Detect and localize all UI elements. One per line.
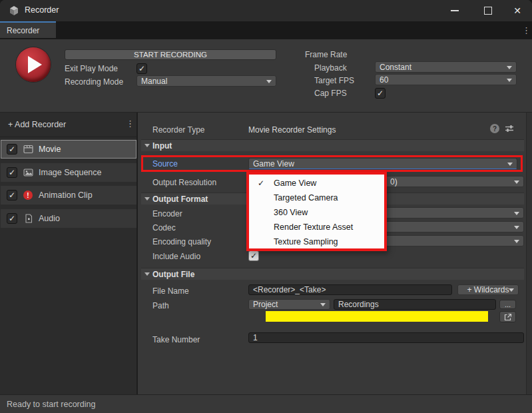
exit-play-mode-label: Exit Play Mode (65, 64, 118, 73)
output-file-section-header[interactable]: Output File (141, 268, 524, 280)
source-row-highlight: Source Game View (141, 155, 523, 172)
wildcards-label: + Wildcards (467, 285, 509, 294)
check-icon: ✓ (258, 179, 264, 188)
open-external-icon (504, 313, 512, 321)
target-fps-value: 60 (380, 75, 388, 85)
cap-fps-label: Cap FPS (314, 89, 347, 98)
vertical-scrollbar[interactable] (526, 113, 532, 394)
recording-mode-dropdown[interactable]: Manual (136, 75, 276, 87)
input-section-header[interactable]: Input (141, 139, 524, 151)
chevron-down-icon (514, 181, 519, 184)
menu-item-label: Game View (274, 179, 316, 188)
maximize-icon (484, 7, 492, 15)
menu-item-label: Targeted Camera (274, 193, 338, 203)
play-triangle-icon (28, 56, 42, 73)
recorder-list-panel: + Add Recorder ⋮ Movie (0, 113, 137, 394)
take-number-input[interactable]: 1 (248, 332, 524, 343)
recorder-item-image-sequence[interactable]: Image Sequence (1, 163, 136, 182)
section-title: Input (152, 141, 172, 151)
movie-icon (23, 145, 33, 154)
path-root-value: Project (253, 300, 278, 309)
playback-dropdown[interactable]: Constant (375, 61, 517, 73)
path-root-dropdown[interactable]: Project (248, 299, 330, 310)
chevron-down-icon (507, 163, 513, 166)
target-fps-label: Target FPS (314, 76, 354, 85)
source-dropdown-menu: ✓ Game View Targeted Camera 360 View Ren… (246, 172, 387, 251)
recorder-list-header: + Add Recorder ⋮ (0, 113, 136, 137)
chevron-down-icon (320, 303, 326, 306)
movie-enabled-checkbox[interactable] (7, 144, 17, 155)
animation-clip-enabled-checkbox[interactable] (7, 190, 17, 201)
exit-play-mode-checkbox[interactable] (136, 63, 147, 74)
menu-item-label: 360 View (274, 208, 308, 217)
recorder-item-animation-clip[interactable]: ! Animation Clip (1, 186, 136, 205)
close-button[interactable]: ✕ (506, 0, 529, 21)
recorder-item-label: Audio (39, 214, 60, 223)
foldout-arrow-icon (144, 272, 150, 276)
open-folder-button[interactable] (499, 311, 516, 322)
cap-fps-checkbox[interactable] (375, 88, 386, 99)
chevron-down-icon (514, 226, 519, 229)
recorder-list-menu-icon[interactable]: ⋮ (126, 119, 134, 128)
path-label: Path (152, 301, 169, 310)
playback-value: Constant (380, 63, 411, 72)
path-input[interactable]: Recordings (334, 299, 496, 310)
tab-menu-icon[interactable]: ⋮ (522, 26, 531, 35)
recorder-item-label: Animation Clip (39, 191, 93, 200)
recording-mode-value: Manual (141, 77, 167, 86)
help-icon[interactable]: ? (490, 124, 499, 133)
audio-file-icon (25, 214, 35, 223)
menu-item-render-texture-asset[interactable]: Render Texture Asset (249, 220, 384, 234)
tab-bar: Recorder ⋮ (0, 21, 532, 39)
menu-item-game-view[interactable]: ✓ Game View (249, 176, 384, 191)
add-recorder-button[interactable]: + Add Recorder (8, 120, 66, 129)
source-value: Game View (253, 159, 294, 169)
path-preview-highlight (266, 311, 488, 322)
menu-item-targeted-camera[interactable]: Targeted Camera (249, 191, 384, 205)
output-resolution-label: Output Resolution (152, 178, 216, 187)
source-dropdown[interactable]: Game View (248, 158, 517, 169)
section-title: Output Format (152, 195, 208, 204)
recorder-window: Recorder ✕ Recorder ⋮ START RECORDING Ex… (0, 0, 532, 413)
recording-mode-label: Recording Mode (65, 77, 123, 87)
take-number-value: 1 (253, 333, 258, 342)
wildcards-button[interactable]: + Wildcards (457, 284, 519, 295)
status-text: Ready to start recording (7, 400, 95, 409)
recorder-settings-panel: Recorder Type Movie Recorder Settings ? … (137, 113, 532, 394)
menu-item-texture-sampling[interactable]: Texture Sampling (249, 234, 384, 249)
recorder-item-movie[interactable]: Movie (1, 140, 136, 159)
start-recording-button[interactable]: START RECORDING (65, 49, 276, 60)
include-audio-checkbox[interactable] (248, 250, 259, 261)
browse-path-button[interactable]: ... (499, 300, 516, 309)
target-fps-dropdown[interactable]: 60 (375, 74, 517, 85)
chevron-down-icon (266, 80, 272, 83)
chevron-down-icon (507, 79, 512, 82)
include-audio-label: Include Audio (152, 252, 200, 261)
menu-item-label: Texture Sampling (274, 237, 338, 246)
codec-label: Codec (152, 223, 176, 232)
menu-item-360-view[interactable]: 360 View (249, 205, 384, 220)
image-sequence-enabled-checkbox[interactable] (7, 167, 17, 178)
recorder-toolbar: START RECORDING Exit Play Mode Recording… (0, 39, 532, 113)
playback-label: Playback (314, 63, 347, 73)
foldout-arrow-icon (144, 144, 150, 147)
record-play-icon (16, 47, 51, 82)
path-value: Recordings (338, 300, 379, 309)
tab-recorder[interactable]: Recorder (0, 21, 56, 38)
file-name-input[interactable]: <Recorder>_<Take> (248, 284, 452, 295)
menu-item-label: Render Texture Asset (274, 222, 353, 232)
file-name-label: File Name (152, 286, 189, 296)
maximize-button[interactable] (477, 0, 499, 21)
encoder-label: Encoder (152, 209, 182, 218)
source-label: Source (152, 159, 178, 169)
recorder-type-value: Movie Recorder Settings (248, 125, 336, 135)
section-title: Output File (152, 270, 194, 279)
audio-enabled-checkbox[interactable] (7, 213, 17, 224)
preset-icon[interactable] (505, 124, 514, 133)
tab-label: Recorder (7, 26, 39, 35)
recorder-item-label: Movie (39, 145, 61, 154)
file-name-value: <Recorder>_<Take> (253, 285, 326, 294)
minimize-button[interactable] (443, 0, 466, 21)
recorder-item-audio[interactable]: Audio (1, 209, 136, 228)
recorder-item-label: Image Sequence (39, 168, 102, 177)
